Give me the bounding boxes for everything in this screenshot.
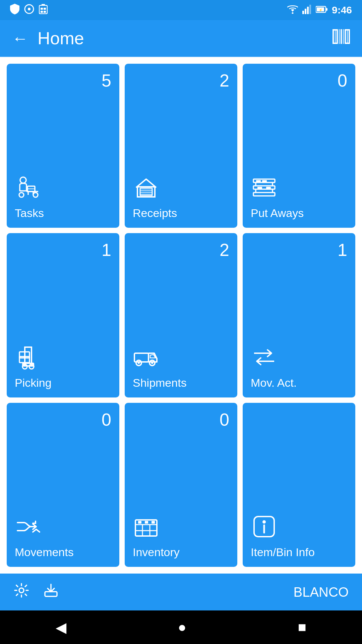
svg-rect-9 [302, 11, 304, 14]
svg-rect-23 [345, 29, 346, 44]
tasks-count: 5 [102, 70, 111, 91]
content-area: 5 [0, 57, 362, 574]
shipments-cell[interactable]: 2 [125, 233, 237, 397]
picking-label: Picking [15, 376, 52, 389]
svg-point-78 [262, 520, 266, 524]
svg-rect-50 [256, 180, 261, 183]
receipts-label: Receipts [133, 207, 177, 220]
movements-label: Movements [15, 546, 74, 559]
svg-rect-7 [44, 11, 46, 13]
shield-icon [10, 4, 19, 17]
shipments-label: Shipments [133, 376, 187, 389]
nav-back-button[interactable]: ◀ [56, 619, 66, 636]
svg-rect-21 [341, 29, 342, 44]
picking-cell[interactable]: 1 [7, 233, 119, 397]
svg-point-80 [19, 588, 24, 593]
svg-rect-5 [44, 8, 46, 10]
movements-cell[interactable]: 0 Movements [7, 403, 119, 567]
item-bin-info-cell[interactable]: Item/Bin Info [243, 403, 355, 567]
put-aways-count: 0 [338, 70, 347, 91]
inventory-cell[interactable]: 0 [125, 403, 237, 567]
receipts-cell[interactable]: 2 Receipts [125, 64, 237, 228]
receipts-count: 2 [220, 70, 229, 91]
svg-rect-10 [305, 9, 306, 14]
bottom-bar-left [13, 582, 59, 602]
menu-grid: 5 [0, 57, 362, 574]
inventory-icon [133, 513, 160, 541]
svg-rect-53 [266, 187, 271, 190]
svg-rect-27 [333, 43, 337, 44]
nav-recents-button[interactable]: ■ [298, 619, 306, 635]
forklift-icon [15, 174, 42, 202]
movements-count: 0 [102, 410, 111, 430]
app-root: ⚡ 9:46 ← Home [0, 0, 362, 644]
svg-rect-4 [41, 8, 43, 10]
info-icon [251, 513, 278, 541]
svg-rect-24 [347, 29, 348, 44]
svg-rect-14 [326, 8, 327, 11]
status-bar: ⚡ 9:46 [0, 0, 362, 20]
tasks-label: Tasks [15, 207, 44, 220]
shelves-icon [251, 174, 278, 202]
svg-rect-6 [41, 11, 43, 13]
svg-text:⚡: ⚡ [318, 8, 322, 12]
shipments-count: 2 [220, 240, 229, 260]
svg-rect-51 [262, 180, 267, 183]
svg-point-1 [28, 8, 31, 10]
svg-rect-25 [349, 29, 350, 44]
svg-rect-52 [257, 187, 262, 190]
nav-bar: ◀ ● ■ [0, 610, 362, 644]
barcode-button[interactable] [333, 29, 350, 48]
svg-rect-74 [138, 521, 141, 524]
mov-act-count: 1 [338, 240, 347, 260]
tasks-cell[interactable]: 5 [7, 64, 119, 228]
svg-rect-45 [253, 193, 275, 196]
svg-rect-76 [152, 521, 155, 524]
inventory-count: 0 [220, 410, 229, 430]
svg-rect-75 [145, 521, 148, 524]
wifi-icon [287, 5, 298, 15]
app-bar-left: ← Home [12, 28, 84, 48]
svg-rect-29 [345, 43, 350, 44]
app-bar: ← Home [0, 20, 362, 57]
arrows-icon [251, 344, 278, 372]
warehouse-icon [133, 174, 160, 202]
cart-icon [15, 344, 42, 372]
nav-home-button[interactable]: ● [178, 619, 186, 635]
status-time: 9:46 [332, 4, 352, 16]
svg-rect-44 [253, 186, 275, 189]
sim-icon [39, 4, 48, 16]
status-left-icons [10, 4, 48, 17]
svg-rect-19 [337, 29, 338, 44]
svg-point-37 [33, 193, 38, 197]
svg-point-36 [19, 193, 24, 197]
mov-act-cell[interactable]: 1 Mov. Act. [243, 233, 355, 397]
svg-rect-18 [335, 29, 336, 44]
mov-act-label: Mov. Act. [251, 376, 297, 389]
svg-rect-81 [45, 592, 57, 596]
username-label: BLANCO [294, 585, 349, 600]
truck-icon [133, 344, 160, 372]
svg-rect-2 [39, 5, 47, 14]
item-bin-info-label: Item/Bin Info [251, 546, 315, 559]
app-bar-title: Home [38, 28, 84, 48]
settings-button[interactable] [13, 582, 29, 602]
svg-rect-17 [333, 29, 334, 44]
svg-point-30 [20, 177, 26, 183]
svg-point-8 [292, 12, 293, 14]
picking-count: 1 [102, 240, 111, 260]
svg-rect-28 [345, 29, 350, 31]
svg-rect-22 [343, 29, 344, 44]
status-right-icons: ⚡ 9:46 [287, 4, 352, 16]
download-button[interactable] [43, 582, 59, 602]
svg-rect-12 [309, 5, 311, 14]
svg-rect-20 [339, 29, 340, 44]
svg-rect-11 [307, 7, 309, 14]
svg-point-66 [151, 362, 153, 364]
svg-rect-26 [333, 29, 337, 31]
back-button[interactable]: ← [12, 29, 28, 48]
put-aways-cell[interactable]: 0 [243, 64, 355, 228]
put-aways-label: Put Aways [251, 207, 304, 220]
inventory-label: Inventory [133, 546, 180, 559]
bottom-bar: BLANCO [0, 574, 362, 610]
